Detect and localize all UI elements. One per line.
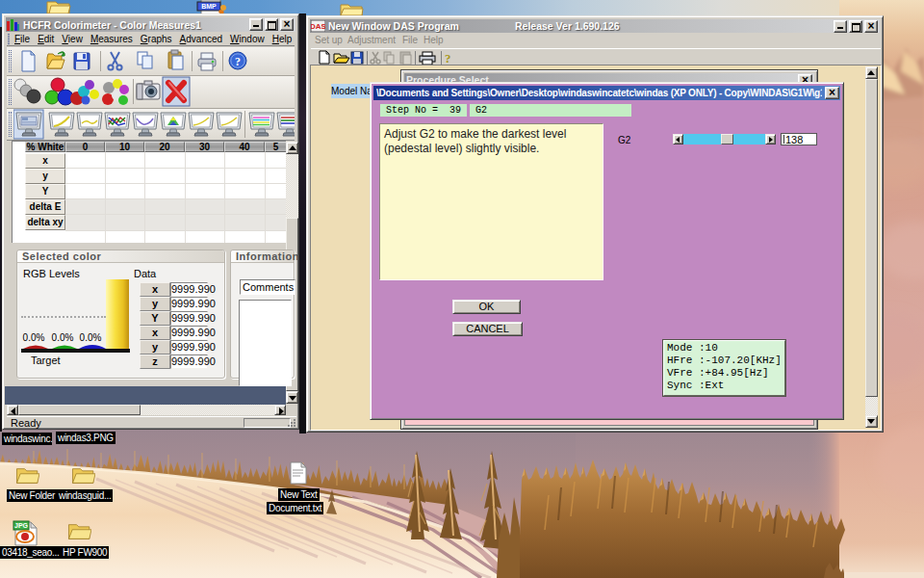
svg-text:?: ? xyxy=(445,51,451,66)
svg-text:DAS: DAS xyxy=(311,22,325,31)
svg-text:BMP: BMP xyxy=(201,3,217,10)
svg-text:JPG: JPG xyxy=(14,522,29,529)
svg-text:?: ? xyxy=(235,55,241,68)
